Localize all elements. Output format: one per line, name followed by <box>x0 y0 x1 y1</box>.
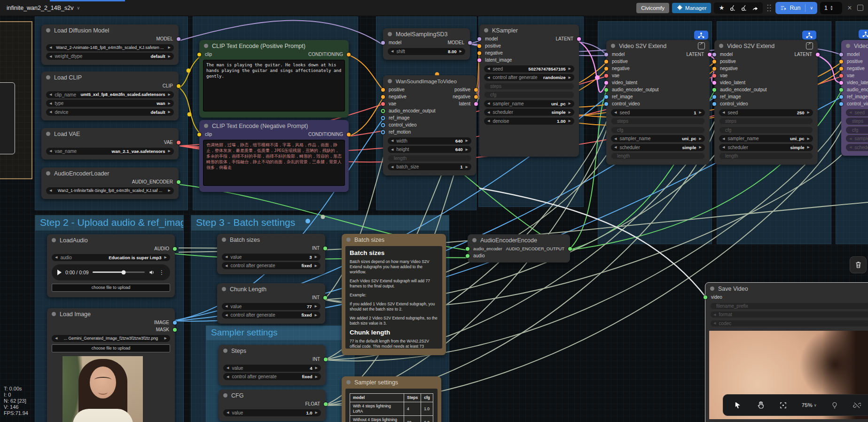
pan-tool-button[interactable] <box>757 401 765 409</box>
node-audio-encoder-encode[interactable]: AudioEncoderEncode audio_encoderAUDIO_EN… <box>468 234 570 263</box>
widget-format[interactable]: ◀format <box>710 311 868 318</box>
port-row[interactable]: negativenegative <box>383 93 476 100</box>
input-video[interactable]: video <box>705 294 868 301</box>
collapse-dot[interactable] <box>388 79 392 83</box>
subgraph-badge-icon[interactable] <box>859 30 868 39</box>
subgraph-badge-icon[interactable] <box>694 31 708 40</box>
node-cfg[interactable]: CFG FLOAT ◀value1.0▶ <box>219 390 326 421</box>
widget-seed[interactable]: ◀seed <box>846 109 868 116</box>
output-int[interactable]: INT <box>219 356 326 363</box>
note-batch-sizes[interactable]: Batch sizes Batch sizes Batch sizes depe… <box>342 234 446 355</box>
output-int[interactable]: INT <box>217 245 325 252</box>
input-positive[interactable]: positive <box>714 58 818 65</box>
widget-control-after-generate[interactable]: ◀control after generatefixed▶ <box>222 262 321 269</box>
collapse-dot[interactable] <box>222 238 226 242</box>
node-video-s2v-extend-3[interactable]: Video S2V Extend model positive negative… <box>841 40 868 156</box>
port-row[interactable]: modelLATENT <box>479 35 579 42</box>
collapse-dot[interactable] <box>346 238 351 242</box>
input-positive[interactable]: positive <box>479 42 579 49</box>
input-vae[interactable]: vae <box>606 72 710 79</box>
collapse-dot[interactable] <box>846 44 850 48</box>
widget-sampler-name[interactable]: ◀sampler_nameuni_pc▶ <box>611 135 705 142</box>
output-model[interactable]: MODEL <box>41 35 179 42</box>
input-vae[interactable]: vae <box>714 72 818 79</box>
widget-value[interactable]: ◀value1.0▶ <box>223 409 321 416</box>
widget-width[interactable]: ◀width640▶ <box>388 137 471 144</box>
input-video-latent[interactable]: video_latent <box>841 79 868 86</box>
collapse-dot[interactable] <box>204 44 208 48</box>
collapse-dot[interactable] <box>484 28 488 32</box>
input-ref-motion[interactable]: ref_motion <box>383 128 476 135</box>
widget-scheduler[interactable]: ◀scheduler <box>846 144 868 151</box>
delete-button[interactable] <box>850 256 867 273</box>
widget-cfg-input[interactable]: cfg <box>846 127 868 134</box>
widget-batch-size[interactable]: ◀batch_size1▶ <box>388 163 471 170</box>
input-ref-image[interactable]: ref_image <box>606 93 710 100</box>
input-video-latent[interactable]: video_latent <box>606 79 710 86</box>
node-load-vae[interactable]: Load VAE VAE ◀vae_namewan_2.1_vae.safete… <box>41 128 179 159</box>
input-video-latent[interactable]: video_latent <box>714 79 818 86</box>
fit-view-button[interactable] <box>779 401 787 409</box>
output-int[interactable]: INT <box>217 294 325 301</box>
node-ksampler[interactable]: KSampler modelLATENT positive negative l… <box>479 24 579 157</box>
node-load-audio[interactable]: LoadAudio AUDIO ◀audioEducation is super… <box>47 234 175 297</box>
input-audio-encoder-output[interactable]: audio_encoder_output <box>714 86 818 93</box>
manager-button[interactable]: Manager <box>672 3 711 13</box>
collapse-dot[interactable] <box>204 124 208 128</box>
zoom-level-dropdown[interactable]: 75% ∨ <box>802 402 817 408</box>
widget-seed[interactable]: ◀seed250▶ <box>719 109 813 116</box>
widget-image-file[interactable]: ◀... Gemini_Generated_Image_f2tzw3f2tzw3… <box>52 335 170 342</box>
widget-sampler-name[interactable]: ◀sampler_name <box>846 135 868 142</box>
port-row[interactable]: clipCONDITIONING <box>199 51 349 58</box>
collapse-dot[interactable] <box>222 287 226 291</box>
widget-height[interactable]: ◀height640▶ <box>388 146 471 153</box>
input-audio-encoder-output[interactable]: audio_encoder_output <box>606 86 710 93</box>
widget-steps-input[interactable]: steps <box>719 118 813 125</box>
widget-shift[interactable]: ◀shift8.00▶ <box>388 48 465 55</box>
partial-note-node[interactable]: will folder <box>0 82 15 154</box>
choose-file-button[interactable]: choose file to upload <box>52 284 170 292</box>
widget-cfg-input[interactable]: cfg <box>719 127 813 134</box>
collapse-dot[interactable] <box>472 238 477 242</box>
widget-steps-input[interactable]: steps <box>484 83 574 90</box>
input-ref-image[interactable]: ref_image <box>841 93 868 100</box>
node-audio-encoder-loader[interactable]: AudioEncoderLoader AUDIO_ENCODER ◀Wan2_1… <box>41 167 179 199</box>
widget-length-input[interactable]: length <box>611 152 705 159</box>
widget-denoise[interactable]: ◀denoise1.00▶ <box>484 118 574 125</box>
node-video-s2v-extend-2[interactable]: Video S2V Extend modelLATENT positive ne… <box>714 40 818 165</box>
widget-steps-input[interactable]: steps <box>846 118 868 125</box>
widget-type[interactable]: ◀typewan▶ <box>46 100 174 107</box>
collapse-dot[interactable] <box>52 238 56 242</box>
input-audio-encoder-output[interactable]: audio_encoder_output <box>841 86 868 93</box>
input-control-video[interactable]: control_video <box>383 121 476 128</box>
widget-control-after-generate[interactable]: ◀control after generatefixed▶ <box>223 373 321 380</box>
widget-length-input[interactable]: length <box>719 152 813 159</box>
widget-filename-prefix[interactable]: filename_prefix <box>710 303 868 310</box>
open-subgraph-icon[interactable] <box>806 42 813 49</box>
node-clip-text-encode-positive[interactable]: CLIP Text Encode (Positive Prompt) clipC… <box>199 40 349 118</box>
widget-cfg-input[interactable]: cfg <box>484 91 574 98</box>
vacuum-icon-2[interactable] <box>739 4 749 11</box>
subgraph-badge-icon[interactable] <box>802 31 816 40</box>
output-mask[interactable]: MASK <box>47 326 175 333</box>
collapse-dot[interactable] <box>223 393 227 398</box>
play-icon[interactable] <box>57 270 62 275</box>
decrement-icon[interactable]: ▼ <box>830 8 833 11</box>
widget-seed[interactable]: ◀seed1▶ <box>611 109 705 116</box>
widget-codec[interactable]: ◀codec <box>710 320 868 327</box>
input-vae[interactable]: vae <box>841 72 868 79</box>
widget-scheduler[interactable]: ◀schedulersimple▶ <box>719 144 813 151</box>
output-audio[interactable]: AUDIO <box>47 245 175 252</box>
widget-control-after-generate[interactable]: ◀control after generatefixed▶ <box>222 311 321 318</box>
choose-file-button[interactable]: choose file to upload <box>52 344 170 352</box>
toggle-minimap-button[interactable] <box>831 401 838 409</box>
collapse-dot[interactable] <box>223 349 227 353</box>
widget-length-input[interactable]: length <box>388 155 471 162</box>
volume-icon[interactable] <box>149 269 155 276</box>
collapse-dot[interactable] <box>46 75 50 80</box>
port-row[interactable]: modelLATENT <box>606 51 710 58</box>
output-audio-encoder[interactable]: AUDIO_ENCODER <box>41 178 179 185</box>
canvas-toolbar[interactable]: 75% ∨ <box>723 394 868 416</box>
input-control-video[interactable]: control_video <box>606 100 710 107</box>
input-audio[interactable]: audio <box>468 252 570 259</box>
